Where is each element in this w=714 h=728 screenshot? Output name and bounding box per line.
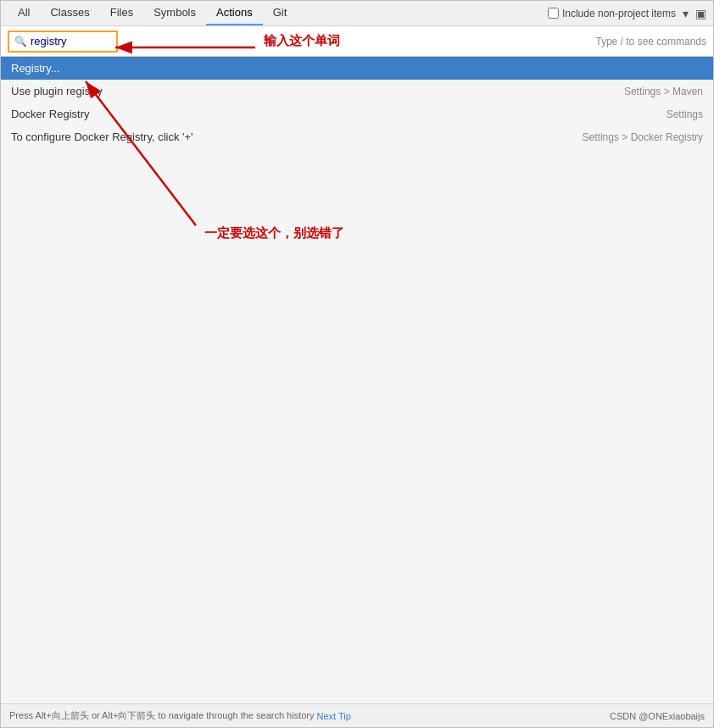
result-path: Settings > Maven [624,86,703,97]
tab-actions[interactable]: Actions [206,1,263,25]
result-name: Registry... [11,62,703,75]
tab-bar: All Classes Files Symbols Actions Git In… [1,1,713,26]
result-path: Settings [667,108,703,120]
result-item[interactable]: Docker Registry Settings [1,103,713,125]
window-icon[interactable]: ▣ [695,7,706,20]
tab-bar-right: Include non-project items ▾ ▣ [548,7,706,20]
result-name: To configure Docker Registry, click '+' [11,131,583,143]
include-non-project-label[interactable]: Include non-project items [548,8,676,19]
search-input-wrapper[interactable]: 🔍 [8,31,118,53]
brand-text: CSDN @ONExiaobaijs [610,711,705,721]
tab-git[interactable]: Git [263,1,298,25]
tab-files[interactable]: Files [100,1,143,25]
tab-all[interactable]: All [8,1,40,25]
search-bar: 🔍 Type / to see commands [1,26,713,57]
result-item[interactable]: Registry... [1,57,713,80]
result-path: Settings > Docker Registry [583,131,703,143]
status-text: Press Alt+向上箭头 or Alt+向下箭头 to navigate t… [9,709,315,722]
status-bar: Press Alt+向上箭头 or Alt+向下箭头 to navigate t… [1,703,713,727]
include-non-project-text: Include non-project items [562,8,676,19]
include-non-project-checkbox[interactable] [548,8,559,19]
search-hint: Type / to see commands [595,36,706,47]
filter-icon[interactable]: ▾ [683,7,689,20]
search-icon: 🔍 [14,36,27,47]
results-area: Registry... Use plugin registry Settings… [1,57,713,703]
search-dialog: All Classes Files Symbols Actions Git In… [0,0,714,728]
result-item[interactable]: To configure Docker Registry, click '+' … [1,125,713,148]
tab-classes[interactable]: Classes [40,1,99,25]
result-item[interactable]: Use plugin registry Settings > Maven [1,80,713,103]
tab-symbols[interactable]: Symbols [143,1,206,25]
next-tip-link[interactable]: Next Tip [317,711,351,721]
result-name: Docker Registry [11,108,667,120]
result-name: Use plugin registry [11,85,624,97]
search-input[interactable] [31,35,107,47]
